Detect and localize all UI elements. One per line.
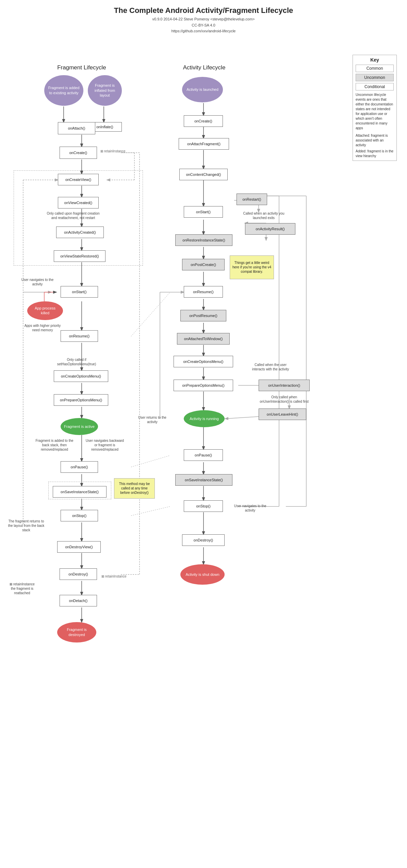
user-returns-note: User returns to the activity (136, 415, 168, 424)
onPrepareOptionsMenu-act-node: onPrepareOptionsMenu() (174, 380, 233, 391)
fragment-destroyed-node: Fragment is destroyed (57, 622, 96, 642)
this-method-note: This method may be called at any time be… (114, 478, 155, 499)
activity-running-node: Activity is running (184, 410, 225, 427)
onPrepareOptionsMenu-frag-node: onPrepareOptionsMenu() (54, 394, 108, 406)
onStop-act-node: onStop() (184, 500, 223, 512)
dashed-box-saveinstance-frag (48, 482, 111, 499)
activity-shutdown-node: Activity is shut down (180, 564, 225, 585)
key-note-1: Attached: fragment is associated with an… (356, 133, 394, 148)
onSaveInstanceState-act-node: onSaveInstanceState() (175, 474, 232, 486)
retain-instance-1: ⊠ retainInstance (100, 149, 126, 153)
key-box: Key Common Uncommon Conditional Uncommon… (353, 55, 397, 161)
onDestroy-act-node: onDestroy() (182, 534, 225, 546)
fragment-section-header: Fragment Lifecycle (34, 64, 129, 71)
onStart-frag-node: onStart() (61, 286, 98, 298)
onUserInteraction-node: onUserInteraction() (259, 380, 310, 391)
onActivityResult-node: onActivityResult() (245, 223, 295, 235)
onResume-act-node: onResume() (184, 286, 223, 298)
user-nav-to-activity-label: User navigates to the activity (20, 278, 54, 286)
onPause-frag-node: onPause() (61, 461, 98, 473)
onAttachedToWindow-node: onAttachedToWindow() (177, 333, 230, 345)
onCreateOptionsMenu-frag-node: onCreateOptionsMenu() (54, 370, 108, 382)
onCreate-act-node: onCreate() (184, 115, 223, 127)
onStart-act-node: onStart() (184, 206, 223, 218)
onRestart-node: onRestart() (237, 194, 267, 205)
onResume-frag-node: onResume() (61, 330, 98, 342)
onCreateOptionsMenu-only-note: Only called if setHasOptionsMenu(true) (51, 357, 102, 366)
onCreateOptionsMenu-act-node: onCreateOptionsMenu() (174, 356, 233, 367)
frag-returns-layout-note: The fragment returns to the layout from … (7, 519, 45, 532)
onPostCreate-node: onPostCreate() (182, 259, 225, 270)
onAttach-node: onAttach() (58, 122, 95, 134)
things-get-weird-note: Things get a little weird here if you're… (230, 255, 274, 279)
activity-launched-node: Activity is launched (182, 77, 223, 102)
onPause-act-node: onPause() (184, 449, 223, 461)
onDetach-node: onDetach() (60, 595, 97, 606)
fragment-added-node: Fragment is added to existing activity (44, 75, 83, 106)
key-conditional: Conditional (356, 83, 394, 90)
onDestroyView-node: onDestroyView() (57, 541, 101, 553)
key-common: Common (356, 65, 394, 72)
only-called-onUserInteraction-note: Only called when onUserInteraction() is … (259, 395, 310, 404)
onStop-frag-node: onStop() (61, 510, 98, 521)
app-process-killed-node: App process killed (27, 301, 63, 320)
dashed-box-createview (14, 170, 143, 266)
onDestroy-frag-node: onDestroy() (60, 568, 97, 580)
activity-section-header: Activity Lifecycle (150, 64, 259, 71)
onPostResume-node: onPostResume() (180, 310, 226, 321)
fragment-inflated-node: Fragment is inflated from layout (88, 75, 122, 106)
subtitle: v0.9.0 2014-04-22 Steve Pomeroy <stevep@… (0, 16, 407, 34)
user-nav-backward-note: User navigates backward or fragment is r… (84, 438, 125, 452)
key-note-2: Added: fragment is in the view hiearchy (356, 149, 394, 158)
key-note-0: Uncommon lifecycle events are ones that … (356, 93, 394, 131)
frag-added-back-note: Fragment is added to the back stack, the… (34, 438, 75, 452)
onUserLeaveHint-node: onUserLeaveHint() (259, 408, 306, 420)
onActivityResult-note: Called when an activity you launched exi… (242, 211, 286, 220)
page-title: The Complete Android Activity/Fragment L… (0, 0, 407, 16)
svg-line-64 (131, 292, 170, 336)
key-uncommon: Uncommon (356, 74, 394, 81)
app-process-note: Apps with higher priority need memory (20, 323, 65, 332)
key-title: Key (356, 57, 394, 63)
user-interacts-note: Called when the user interacts with the … (248, 363, 293, 371)
svg-line-62 (131, 455, 170, 467)
user-nav-act-note: User navigates to the activity (230, 504, 271, 513)
onAttachFragment-node: onAttachFragment() (179, 138, 229, 150)
retain-instance-2: ⊠ retainInstance (101, 574, 127, 578)
onContentChanged-node: onContentChanged() (179, 169, 228, 180)
svg-line-63 (131, 506, 170, 516)
retain-reattached-note: ⊠ retainInstancethe fragment isreattache… (3, 582, 41, 595)
onRestoreInstanceState-node: onRestoreInstanceState() (175, 234, 232, 246)
fragment-active-node: Fragment is active (61, 418, 98, 435)
onCreate-frag-node: onCreate() (60, 147, 97, 159)
